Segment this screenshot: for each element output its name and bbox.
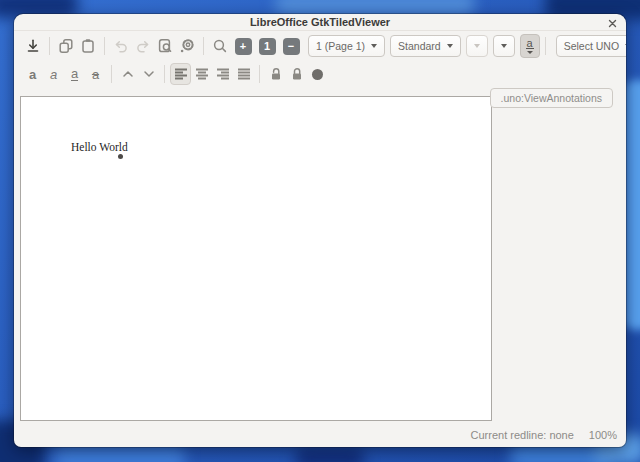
select-uno-dropdown[interactable]: Select UNO: [556, 35, 626, 57]
titlebar[interactable]: LibreOffice GtkTiledViewer: [14, 14, 626, 31]
formatting-marks-glyph: a: [526, 38, 534, 49]
underline-glyph: a: [71, 67, 78, 81]
record-circle-button[interactable]: [307, 63, 328, 85]
search-button[interactable]: [209, 34, 231, 58]
strikethrough-glyph: a: [92, 67, 99, 82]
search-icon: [212, 38, 228, 54]
lock-button[interactable]: [286, 63, 307, 85]
align-center-button[interactable]: [191, 63, 212, 85]
document-text[interactable]: Hello World: [71, 141, 128, 153]
chevron-down-icon: [501, 44, 507, 48]
zoom-in-button[interactable]: +: [235, 38, 252, 55]
toolbar-separator: [259, 65, 260, 83]
zoom-out-button[interactable]: −: [283, 38, 300, 55]
up-chevron-icon: [121, 67, 135, 81]
settings-button[interactable]: [176, 34, 198, 58]
primary-toolbar: + 1 − 1 (Page 1) Standard a Select UNO: [14, 31, 626, 61]
move-up-button[interactable]: [117, 63, 138, 85]
chevron-down-icon: [447, 44, 453, 48]
bold-button[interactable]: a: [22, 63, 43, 85]
lock-icon: [289, 66, 305, 82]
unlock-icon: [268, 66, 284, 82]
align-justify-button[interactable]: [233, 63, 254, 85]
toolbar-separator: [104, 37, 105, 55]
unlock-button[interactable]: [265, 63, 286, 85]
copy-button[interactable]: [55, 34, 77, 58]
desktop-background-blob: [624, 80, 640, 330]
app-window: LibreOffice GtkTiledViewer: [14, 14, 626, 447]
document-area: Hello World .uno:ViewAnnotations: [14, 87, 626, 423]
underline-button[interactable]: a: [64, 63, 85, 85]
chevron-down-icon: [371, 44, 377, 48]
toolbar-separator: [49, 37, 50, 55]
zoom-level: 100%: [589, 429, 617, 441]
filled-circle-icon: [312, 69, 323, 80]
zoom-reset-button[interactable]: 1: [259, 38, 276, 55]
save-button[interactable]: [22, 34, 44, 58]
statusbar: Current redline: none 100%: [14, 423, 626, 447]
cursor-handle-dot[interactable]: [118, 154, 123, 159]
undo-button[interactable]: [110, 34, 132, 58]
paste-icon: [80, 38, 96, 54]
page-dropdown[interactable]: 1 (Page 1): [308, 35, 385, 57]
save-icon: [25, 38, 41, 54]
desktop: { "window": { "title": "LibreOffice GtkT…: [0, 0, 640, 462]
page-dropdown-label: 1 (Page 1): [316, 40, 365, 52]
toolbar-separator: [545, 37, 546, 55]
undo-icon: [113, 38, 129, 54]
align-right-button[interactable]: [212, 63, 233, 85]
close-button[interactable]: [607, 18, 617, 28]
toolbar-separator: [203, 37, 204, 55]
down-chevron-icon: [142, 67, 156, 81]
formatting-toolbar: a a a a: [14, 61, 626, 87]
style-dropdown[interactable]: Standard: [390, 35, 461, 57]
extra-dropdown[interactable]: [493, 35, 515, 57]
chevron-down-icon: [474, 44, 480, 48]
strikethrough-button[interactable]: a: [85, 63, 106, 85]
find-replace-button[interactable]: [154, 34, 176, 58]
italic-button[interactable]: a: [43, 63, 64, 85]
paste-button[interactable]: [77, 34, 99, 58]
toolbar-separator: [111, 65, 112, 83]
align-justify-icon: [236, 66, 252, 82]
gear-icon: [179, 38, 195, 54]
align-center-icon: [194, 66, 210, 82]
chevron-down-icon: [625, 44, 626, 48]
view-annotations-button[interactable]: .uno:ViewAnnotations: [490, 88, 613, 108]
style-dropdown-label: Standard: [398, 40, 441, 52]
align-right-icon: [215, 66, 231, 82]
align-left-icon: [173, 66, 189, 82]
toolbar-separator: [164, 65, 165, 83]
formatting-marks-toggle[interactable]: a: [520, 34, 540, 58]
document-page[interactable]: Hello World: [20, 96, 492, 421]
redo-icon: [135, 38, 151, 54]
close-icon: [608, 19, 617, 28]
desktop-background-blob: [295, 448, 365, 462]
move-down-button[interactable]: [138, 63, 159, 85]
copy-icon: [58, 38, 74, 54]
select-uno-label: Select UNO: [564, 40, 619, 52]
find-replace-icon: [157, 38, 173, 54]
align-left-button[interactable]: [170, 63, 191, 85]
extra-dropdown-disabled: [466, 35, 488, 57]
redo-button[interactable]: [132, 34, 154, 58]
window-title: LibreOffice GtkTiledViewer: [250, 16, 390, 28]
chevron-down-icon: [527, 51, 533, 54]
redline-status: Current redline: none: [471, 429, 574, 441]
